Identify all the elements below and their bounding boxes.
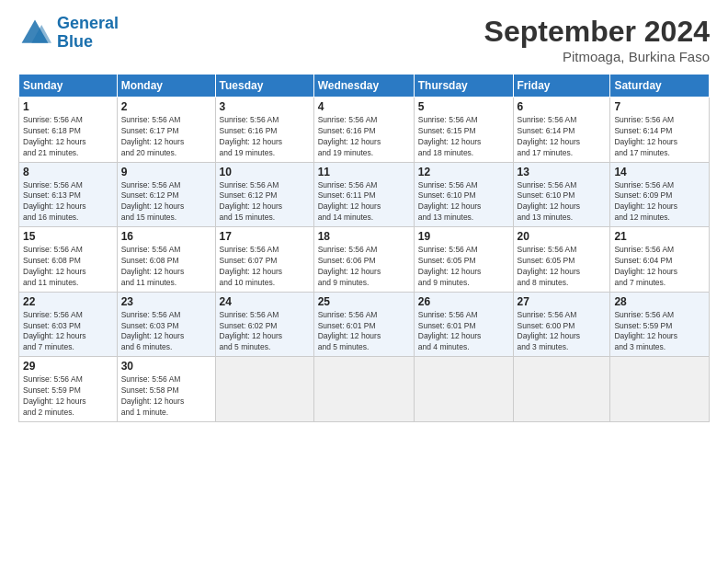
- table-row: 18 Sunrise: 5:56 AM Sunset: 6:06 PM Dayl…: [313, 227, 414, 293]
- col-thursday: Thursday: [414, 75, 513, 98]
- logo-text: General Blue: [57, 15, 119, 52]
- day-info: Sunrise: 5:56 AM Sunset: 6:10 PM Dayligh…: [518, 180, 607, 224]
- table-row: 1 Sunrise: 5:56 AM Sunset: 6:18 PM Dayli…: [19, 98, 118, 163]
- day-info: Sunrise: 5:56 AM Sunset: 6:10 PM Dayligh…: [418, 180, 509, 224]
- location: Pitmoaga, Burkina Faso: [484, 49, 710, 64]
- table-row: [513, 357, 610, 422]
- day-number: 17: [220, 230, 310, 243]
- logo-blue: Blue: [57, 32, 93, 51]
- day-info: Sunrise: 5:56 AM Sunset: 6:15 PM Dayligh…: [418, 115, 509, 159]
- day-info: Sunrise: 5:56 AM Sunset: 6:16 PM Dayligh…: [220, 115, 310, 159]
- day-number: 11: [318, 166, 410, 178]
- day-info: Sunrise: 5:56 AM Sunset: 6:17 PM Dayligh…: [121, 115, 211, 159]
- table-row: 28 Sunrise: 5:56 AM Sunset: 5:59 PM Dayl…: [610, 292, 710, 357]
- day-number: 30: [121, 360, 211, 373]
- table-row: 27 Sunrise: 5:56 AM Sunset: 6:00 PM Dayl…: [513, 292, 610, 357]
- table-row: 2 Sunrise: 5:56 AM Sunset: 6:17 PM Dayli…: [117, 98, 215, 163]
- day-info: Sunrise: 5:56 AM Sunset: 6:08 PM Dayligh…: [23, 245, 113, 289]
- month-title: September 2024: [484, 15, 710, 49]
- day-info: Sunrise: 5:56 AM Sunset: 6:12 PM Dayligh…: [220, 180, 310, 224]
- day-info: Sunrise: 5:56 AM Sunset: 6:01 PM Dayligh…: [318, 310, 410, 354]
- day-number: 5: [418, 100, 509, 113]
- day-number: 13: [518, 166, 607, 178]
- table-row: 6 Sunrise: 5:56 AM Sunset: 6:14 PM Dayli…: [513, 98, 610, 163]
- table-row: 23 Sunrise: 5:56 AM Sunset: 6:03 PM Dayl…: [117, 292, 215, 357]
- day-number: 20: [518, 230, 607, 243]
- table-row: 17 Sunrise: 5:56 AM Sunset: 6:07 PM Dayl…: [215, 227, 313, 293]
- table-row: 5 Sunrise: 5:56 AM Sunset: 6:15 PM Dayli…: [414, 98, 513, 163]
- table-row: 12 Sunrise: 5:56 AM Sunset: 6:10 PM Dayl…: [414, 162, 513, 227]
- table-row: 19 Sunrise: 5:56 AM Sunset: 6:05 PM Dayl…: [414, 227, 513, 293]
- page: General Blue September 2024 Pitmoaga, Bu…: [0, 0, 728, 563]
- day-number: 18: [318, 230, 410, 243]
- day-number: 27: [518, 295, 607, 308]
- day-info: Sunrise: 5:56 AM Sunset: 6:08 PM Dayligh…: [121, 245, 211, 289]
- table-row: 24 Sunrise: 5:56 AM Sunset: 6:02 PM Dayl…: [215, 292, 313, 357]
- table-row: [610, 357, 710, 422]
- table-row: 15 Sunrise: 5:56 AM Sunset: 6:08 PM Dayl…: [19, 227, 118, 293]
- day-info: Sunrise: 5:56 AM Sunset: 6:13 PM Dayligh…: [23, 180, 113, 224]
- day-info: Sunrise: 5:56 AM Sunset: 6:06 PM Dayligh…: [318, 245, 410, 289]
- day-number: 3: [220, 100, 310, 113]
- day-info: Sunrise: 5:56 AM Sunset: 5:58 PM Dayligh…: [121, 374, 211, 419]
- calendar-row: 1 Sunrise: 5:56 AM Sunset: 6:18 PM Dayli…: [19, 98, 710, 163]
- day-info: Sunrise: 5:56 AM Sunset: 6:07 PM Dayligh…: [220, 245, 310, 289]
- table-row: 14 Sunrise: 5:56 AM Sunset: 6:09 PM Dayl…: [610, 162, 710, 227]
- day-number: 14: [614, 166, 705, 178]
- title-block: September 2024 Pitmoaga, Burkina Faso: [484, 15, 710, 64]
- col-saturday: Saturday: [610, 75, 710, 98]
- day-number: 10: [220, 166, 310, 178]
- table-row: 30 Sunrise: 5:56 AM Sunset: 5:58 PM Dayl…: [117, 357, 215, 422]
- table-row: 13 Sunrise: 5:56 AM Sunset: 6:10 PM Dayl…: [513, 162, 610, 227]
- day-info: Sunrise: 5:56 AM Sunset: 6:14 PM Dayligh…: [614, 115, 705, 159]
- day-number: 9: [121, 166, 211, 178]
- table-row: 26 Sunrise: 5:56 AM Sunset: 6:01 PM Dayl…: [414, 292, 513, 357]
- day-info: Sunrise: 5:56 AM Sunset: 5:59 PM Dayligh…: [614, 310, 705, 354]
- day-number: 8: [23, 166, 113, 178]
- day-number: 26: [418, 295, 509, 308]
- calendar-row: 22 Sunrise: 5:56 AM Sunset: 6:03 PM Dayl…: [19, 292, 710, 357]
- day-info: Sunrise: 5:56 AM Sunset: 6:16 PM Dayligh…: [318, 115, 410, 159]
- table-row: 16 Sunrise: 5:56 AM Sunset: 6:08 PM Dayl…: [117, 227, 215, 293]
- table-row: 11 Sunrise: 5:56 AM Sunset: 6:11 PM Dayl…: [313, 162, 414, 227]
- calendar-row: 15 Sunrise: 5:56 AM Sunset: 6:08 PM Dayl…: [19, 227, 710, 293]
- table-row: 7 Sunrise: 5:56 AM Sunset: 6:14 PM Dayli…: [610, 98, 710, 163]
- calendar-row: 8 Sunrise: 5:56 AM Sunset: 6:13 PM Dayli…: [19, 162, 710, 227]
- logo-icon: [18, 17, 51, 50]
- day-info: Sunrise: 5:56 AM Sunset: 6:14 PM Dayligh…: [518, 115, 607, 159]
- day-info: Sunrise: 5:56 AM Sunset: 6:05 PM Dayligh…: [518, 245, 607, 289]
- day-info: Sunrise: 5:56 AM Sunset: 6:04 PM Dayligh…: [614, 245, 705, 289]
- header: General Blue September 2024 Pitmoaga, Bu…: [18, 15, 710, 64]
- logo-general: General: [57, 14, 119, 32]
- day-info: Sunrise: 5:56 AM Sunset: 6:03 PM Dayligh…: [23, 310, 113, 354]
- day-number: 23: [121, 295, 211, 308]
- table-row: 25 Sunrise: 5:56 AM Sunset: 6:01 PM Dayl…: [313, 292, 414, 357]
- table-row: 22 Sunrise: 5:56 AM Sunset: 6:03 PM Dayl…: [19, 292, 118, 357]
- table-row: 3 Sunrise: 5:56 AM Sunset: 6:16 PM Dayli…: [215, 98, 313, 163]
- table-row: 8 Sunrise: 5:56 AM Sunset: 6:13 PM Dayli…: [19, 162, 118, 227]
- col-sunday: Sunday: [19, 75, 118, 98]
- table-row: 10 Sunrise: 5:56 AM Sunset: 6:12 PM Dayl…: [215, 162, 313, 227]
- day-info: Sunrise: 5:56 AM Sunset: 6:18 PM Dayligh…: [23, 115, 113, 159]
- day-info: Sunrise: 5:56 AM Sunset: 6:11 PM Dayligh…: [318, 180, 410, 224]
- table-row: 21 Sunrise: 5:56 AM Sunset: 6:04 PM Dayl…: [610, 227, 710, 293]
- day-number: 6: [518, 100, 607, 113]
- day-number: 12: [418, 166, 509, 178]
- day-number: 29: [23, 360, 113, 373]
- day-number: 7: [614, 100, 705, 113]
- table-row: 9 Sunrise: 5:56 AM Sunset: 6:12 PM Dayli…: [117, 162, 215, 227]
- col-friday: Friday: [513, 75, 610, 98]
- day-number: 16: [121, 230, 211, 243]
- table-row: 4 Sunrise: 5:56 AM Sunset: 6:16 PM Dayli…: [313, 98, 414, 163]
- day-number: 22: [23, 295, 113, 308]
- day-number: 1: [23, 100, 113, 113]
- day-info: Sunrise: 5:56 AM Sunset: 6:02 PM Dayligh…: [220, 310, 310, 354]
- day-info: Sunrise: 5:56 AM Sunset: 6:12 PM Dayligh…: [121, 180, 211, 224]
- calendar-row: 29 Sunrise: 5:56 AM Sunset: 5:59 PM Dayl…: [19, 357, 710, 422]
- col-monday: Monday: [117, 75, 215, 98]
- day-info: Sunrise: 5:56 AM Sunset: 6:09 PM Dayligh…: [614, 180, 705, 224]
- col-wednesday: Wednesday: [313, 75, 414, 98]
- table-row: [215, 357, 313, 422]
- day-number: 15: [23, 230, 113, 243]
- day-number: 21: [614, 230, 705, 243]
